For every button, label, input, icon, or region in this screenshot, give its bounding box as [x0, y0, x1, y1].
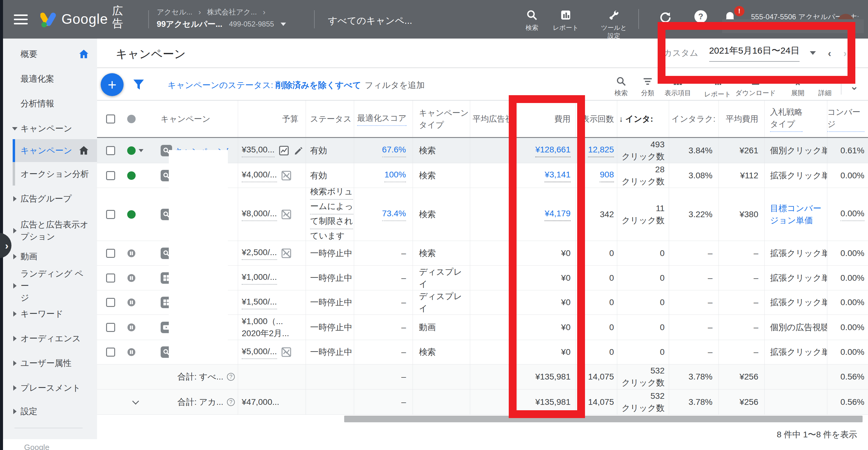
account-name: 99アクセルパー...	[157, 19, 222, 30]
breadcrumb[interactable]: アクセル... › 株式会社アク... ›	[157, 7, 266, 17]
budget-cell: ¥1,500/...	[238, 290, 306, 315]
sidebar-nav: 概要最適化案分析情報キャンペーンキャンペーンオークション分析広告グループ広告と広…	[0, 38, 97, 439]
help-icon[interactable]: ?	[227, 398, 235, 406]
score-cell: –	[354, 266, 413, 290]
help-icon[interactable]: ?	[227, 373, 235, 381]
sidebar-item-14[interactable]: プレースメント	[0, 382, 97, 394]
interaction-rate-cell: –	[669, 340, 719, 364]
pencil-icon	[293, 145, 304, 156]
paused-status-icon	[127, 323, 135, 331]
add-filter-button[interactable]: フィルタを追加	[365, 79, 425, 91]
account-selector[interactable]: 99アクセルパー... 499-052-9855	[157, 19, 286, 30]
conversions-cell: 0.00%	[827, 340, 868, 364]
status-cell	[306, 389, 354, 414]
caret-down-icon[interactable]	[138, 149, 144, 152]
add-campaign-button[interactable]: +	[101, 73, 124, 96]
topbar-tool-2[interactable]: レポート	[546, 9, 585, 32]
google-ads-logo-icon	[40, 8, 59, 28]
horizontal-scrollbar[interactable]	[344, 416, 863, 422]
budget-cell: ¥2,500/...	[238, 241, 306, 265]
caret-down-icon	[281, 23, 286, 26]
sidebar-item-8[interactable]: 広告と広告表示オプション	[0, 219, 97, 243]
window-edge-strip	[0, 0, 3, 450]
avg-cost-cell: ¥112	[719, 163, 765, 188]
breadcrumb-item[interactable]: アクセル...	[157, 7, 192, 17]
type-cell: 動画	[413, 315, 470, 340]
collapse-right-icon	[13, 254, 17, 259]
score-cell: –	[354, 364, 413, 389]
sidebar-item-label: キーワード	[21, 308, 90, 320]
row-checkbox[interactable]	[106, 249, 115, 258]
sidebar-item-7[interactable]: 広告グループ	[0, 193, 97, 205]
totals-row: 合計: すべ...?–¥135,98114,075532クリック数3.78%¥2…	[97, 364, 868, 389]
bid-strategy-cell: 拡張クリック単価	[765, 163, 827, 188]
sidebar-item-5[interactable]: キャンペーン	[0, 144, 97, 157]
sidebar-item-6[interactable]: オークション分析	[0, 168, 97, 180]
sidebar-item-4[interactable]: キャンペーン	[0, 123, 97, 135]
row-checkbox[interactable]	[106, 323, 115, 332]
budget-cell: ¥47,000...	[238, 389, 306, 414]
breadcrumb-item[interactable]: 株式会社アク...	[207, 7, 257, 17]
help-icon[interactable]: ?	[694, 10, 707, 23]
status-cell	[306, 364, 354, 389]
sidebar-item-label: 分析情報	[21, 98, 90, 110]
sidebar-item-2[interactable]: 最適化案	[0, 73, 97, 85]
conversions-cell: 0.56%	[827, 389, 868, 414]
sidebar-item-11[interactable]: キーワード	[0, 308, 97, 320]
topbar-tool-1[interactable]: 検索	[513, 9, 552, 32]
budget-cell: ¥5,000/...	[238, 340, 306, 364]
chart-x-icon	[281, 209, 292, 220]
row-checkbox[interactable]	[106, 348, 115, 357]
collapse-down-icon	[12, 127, 18, 130]
score-cell: –	[354, 290, 413, 315]
status-dot-header	[127, 115, 135, 123]
collapse-right-icon	[13, 385, 17, 391]
budget-cell: ¥1,000/...	[238, 266, 306, 290]
sidebar-item-13[interactable]: ユーザー属性	[0, 357, 97, 369]
type-cell: 検索	[413, 138, 470, 163]
sidebar-item-label: 最適化案	[21, 73, 90, 85]
collapse-right-icon	[13, 283, 17, 289]
paused-status-icon	[127, 348, 135, 356]
row-checkbox[interactable]	[106, 146, 115, 155]
status-cell: 一時停止中	[306, 290, 354, 315]
sidebar-item-12[interactable]: オーディエンス	[0, 332, 97, 345]
brand-text: Google	[61, 11, 108, 27]
row-checkbox[interactable]	[106, 298, 115, 307]
bid-strategy-cell: 拡張クリック単価	[765, 340, 827, 364]
conversions-cell: 0.00%	[827, 266, 868, 290]
col-type: キャンペーンタイプ	[413, 101, 470, 137]
chevron-down-icon[interactable]	[132, 397, 139, 405]
table-header-row: キャンペーン予算ステータス最適化スコアキャンペーンタイプ平均広告視費用表示回数↓…	[97, 100, 868, 138]
col-bid-strategy: 入札戦略タイプ	[765, 101, 827, 137]
conversions-cell: 0.61%	[827, 138, 868, 163]
collapse-right-icon	[13, 228, 17, 233]
avg-cost-cell: –	[719, 290, 765, 315]
campaign-status-filter[interactable]: キャンペーンのステータス: 削除済みを除くすべて	[167, 79, 361, 91]
redaction-box-campaign-names	[169, 150, 228, 363]
col-interactions: ↓ インタ:	[617, 101, 669, 137]
page-scope-selector[interactable]: すべてのキャンペ...	[328, 14, 412, 27]
filter-funnel-icon	[132, 78, 145, 91]
conversions-cell: 0.00%	[827, 315, 868, 340]
chart-x-icon	[281, 346, 292, 358]
enabled-status-icon	[127, 210, 135, 219]
select-all-checkbox[interactable]	[106, 115, 115, 124]
row-checkbox[interactable]	[106, 274, 115, 283]
sidebar-item-label: キャンペーン	[21, 123, 90, 135]
row-checkbox[interactable]	[106, 171, 115, 180]
sidebar-item-9[interactable]: 動画	[0, 251, 97, 263]
sidebar-item-3[interactable]: 分析情報	[0, 98, 97, 110]
interactions-cell: 493クリック数	[617, 138, 669, 163]
status-cell: 一時停止中	[306, 266, 354, 290]
row-checkbox[interactable]	[106, 210, 115, 219]
status-cell: 一時停止中	[306, 241, 354, 265]
home-dark-icon	[78, 144, 90, 157]
chart-x-icon	[281, 170, 292, 181]
interactions-cell: 0	[617, 241, 669, 265]
sidebar-item-10[interactable]: ランディング ページ	[0, 274, 97, 298]
topbar-tool-3[interactable]: ツールと設定	[594, 9, 633, 40]
wrench-icon	[608, 9, 620, 21]
sidebar-item-15[interactable]: 設定	[0, 406, 97, 417]
sidebar-item-1[interactable]: 概要	[0, 48, 97, 60]
